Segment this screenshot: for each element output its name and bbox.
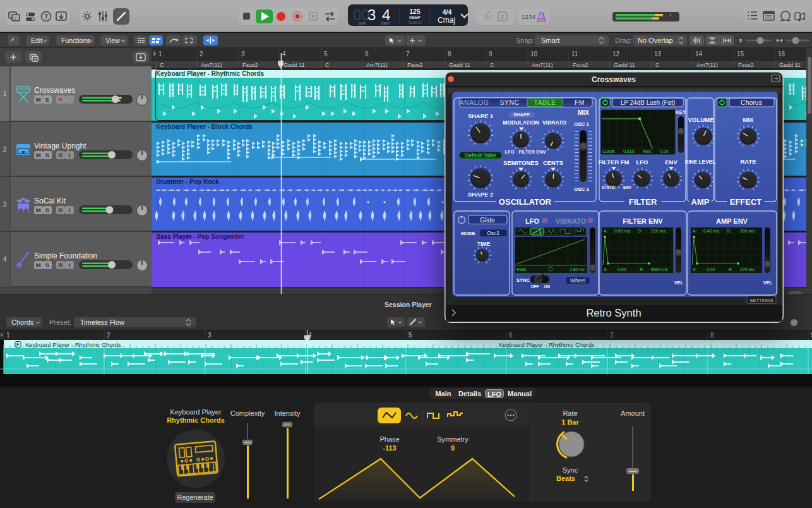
svg-text:ON: ON bbox=[544, 284, 550, 289]
svg-text:SHAPE 1: SHAPE 1 bbox=[468, 112, 494, 119]
svg-text:LFO: LFO bbox=[505, 149, 515, 155]
svg-text:MIX: MIX bbox=[743, 116, 755, 123]
svg-text:0.00: 0.00 bbox=[707, 267, 715, 272]
svg-text:OSC 2: OSC 2 bbox=[574, 186, 590, 192]
svg-text:R:: R: bbox=[729, 267, 733, 272]
svg-text:8: 8 bbox=[710, 332, 714, 339]
svg-text:0.40 ms: 0.40 ms bbox=[703, 229, 719, 233]
svg-text:12: 12 bbox=[612, 51, 620, 57]
svg-text:FILTER FM: FILTER FM bbox=[599, 159, 630, 166]
svg-text:D:: D: bbox=[638, 229, 642, 233]
svg-text:Default Table: Default Table bbox=[465, 152, 496, 159]
svg-text:VEL: VEL bbox=[763, 280, 773, 286]
svg-text:C: C bbox=[325, 62, 330, 68]
svg-text:SHAPE: SHAPE bbox=[513, 112, 530, 118]
svg-text:FILTER: FILTER bbox=[629, 197, 657, 207]
svg-text:MODULATION: MODULATION bbox=[503, 119, 539, 126]
svg-text:STATIC: STATIC bbox=[602, 185, 616, 190]
svg-text:S:: S: bbox=[604, 267, 608, 272]
svg-text:2: 2 bbox=[107, 332, 110, 339]
svg-text:Osc2: Osc2 bbox=[487, 230, 499, 236]
svg-text:SEMITONES: SEMITONES bbox=[503, 159, 539, 166]
svg-text:Res:: Res: bbox=[643, 149, 652, 154]
svg-text:11: 11 bbox=[571, 51, 578, 57]
svg-text:SHAPE 2: SHAPE 2 bbox=[468, 191, 494, 198]
svg-text:Gadd 11: Gadd 11 bbox=[614, 62, 635, 68]
svg-text:D:: D: bbox=[727, 229, 731, 233]
svg-text:Fsus2: Fsus2 bbox=[738, 62, 754, 68]
svg-text:1: 1 bbox=[158, 51, 162, 57]
svg-text:SYNC: SYNC bbox=[516, 277, 530, 283]
svg-text:FILTER ENV: FILTER ENV bbox=[623, 217, 663, 225]
svg-text:VIBRATO: VIBRATO bbox=[542, 119, 566, 126]
svg-text:Fsus2: Fsus2 bbox=[573, 62, 588, 68]
svg-text:125: 125 bbox=[409, 8, 421, 15]
svg-text:2: 2 bbox=[200, 51, 203, 57]
svg-text:4: 4 bbox=[282, 51, 286, 57]
svg-text:1.80 Hz: 1.80 Hz bbox=[570, 267, 585, 272]
svg-text:EFFECT: EFFECT bbox=[730, 197, 762, 207]
svg-text:A:: A: bbox=[604, 229, 608, 233]
svg-text:5: 5 bbox=[409, 332, 412, 339]
svg-text:LFO: LFO bbox=[525, 217, 539, 225]
svg-text:OSC 1: OSC 1 bbox=[574, 121, 590, 127]
svg-text:Fsus2: Fsus2 bbox=[407, 62, 423, 68]
svg-text:ANALOG: ANALOG bbox=[460, 99, 489, 106]
svg-text:13: 13 bbox=[654, 51, 662, 57]
svg-text:3: 3 bbox=[367, 6, 376, 23]
svg-text:Keyboard Player - Rhythmic Cho: Keyboard Player - Rhythmic Chords bbox=[25, 341, 121, 348]
svg-text:MODE: MODE bbox=[461, 231, 475, 236]
svg-text:LP 24dB Lush (Fat): LP 24dB Lush (Fat) bbox=[621, 99, 676, 106]
svg-text:0.00: 0.00 bbox=[660, 149, 669, 154]
svg-text:6: 6 bbox=[365, 51, 369, 57]
svg-text:?: ? bbox=[44, 13, 48, 20]
svg-text:Gadd 11: Gadd 11 bbox=[449, 62, 470, 68]
svg-text:CENTS: CENTS bbox=[543, 159, 563, 166]
svg-text:MIX: MIX bbox=[578, 109, 589, 116]
svg-text:VEL: VEL bbox=[674, 280, 684, 286]
svg-text:♪: ♪ bbox=[14, 16, 16, 21]
svg-text:S: S bbox=[501, 13, 505, 20]
svg-text:Keyboard Player - Rhythmic Cho: Keyboard Player - Rhythmic Chords bbox=[499, 341, 595, 348]
svg-text:4/4: 4/4 bbox=[443, 8, 452, 16]
svg-text:7: 7 bbox=[610, 332, 614, 339]
svg-text:15: 15 bbox=[737, 51, 744, 57]
svg-text:9: 9 bbox=[489, 51, 493, 57]
svg-text:FILTER ENV: FILTER ENV bbox=[518, 149, 546, 155]
svg-text:VOLUME: VOLUME bbox=[688, 116, 714, 123]
svg-text:7: 7 bbox=[406, 51, 410, 57]
svg-text:16: 16 bbox=[778, 51, 785, 57]
svg-text:Fsus2: Fsus2 bbox=[242, 62, 258, 68]
svg-text:210 ms: 210 ms bbox=[651, 229, 666, 233]
svg-text:1234: 1234 bbox=[522, 13, 535, 20]
svg-text:14: 14 bbox=[695, 51, 703, 57]
svg-text:KEEP: KEEP bbox=[409, 15, 421, 20]
svg-text:3: 3 bbox=[241, 51, 245, 57]
svg-text:ENV: ENV bbox=[665, 159, 678, 166]
svg-text:6: 6 bbox=[509, 332, 513, 339]
svg-text:Gadd 11: Gadd 11 bbox=[284, 62, 305, 68]
svg-text:Retro Synth: Retro Synth bbox=[586, 307, 641, 318]
svg-text:KEY: KEY bbox=[676, 109, 686, 115]
svg-text:A:: A: bbox=[693, 229, 697, 233]
svg-text:C: C bbox=[160, 62, 164, 68]
svg-text:ENV: ENV bbox=[623, 185, 632, 190]
svg-text:VIBRATO: VIBRATO bbox=[556, 217, 587, 225]
svg-text:0.00 ms: 0.00 ms bbox=[614, 229, 630, 233]
svg-text:8500 ms: 8500 ms bbox=[651, 267, 668, 272]
svg-text:1: 1 bbox=[6, 332, 10, 339]
svg-text:R:: R: bbox=[640, 267, 644, 272]
svg-text:Crosswaves: Crosswaves bbox=[592, 75, 636, 84]
svg-text:TEMPO: TEMPO bbox=[408, 21, 422, 25]
svg-text:Am7(11): Am7(11) bbox=[201, 62, 222, 68]
svg-text:300 ms: 300 ms bbox=[740, 229, 755, 233]
svg-text:Glide: Glide bbox=[480, 217, 495, 224]
svg-text:10: 10 bbox=[530, 51, 538, 57]
svg-text:OSCILLATOR: OSCILLATOR bbox=[499, 197, 552, 207]
svg-text:4: 4 bbox=[382, 6, 390, 23]
svg-text:0.00: 0.00 bbox=[618, 267, 626, 272]
svg-text:SYNC: SYNC bbox=[499, 99, 519, 106]
svg-text:0.510: 0.510 bbox=[623, 149, 635, 154]
svg-text:C: C bbox=[655, 62, 660, 68]
svg-text:S:: S: bbox=[693, 267, 697, 272]
